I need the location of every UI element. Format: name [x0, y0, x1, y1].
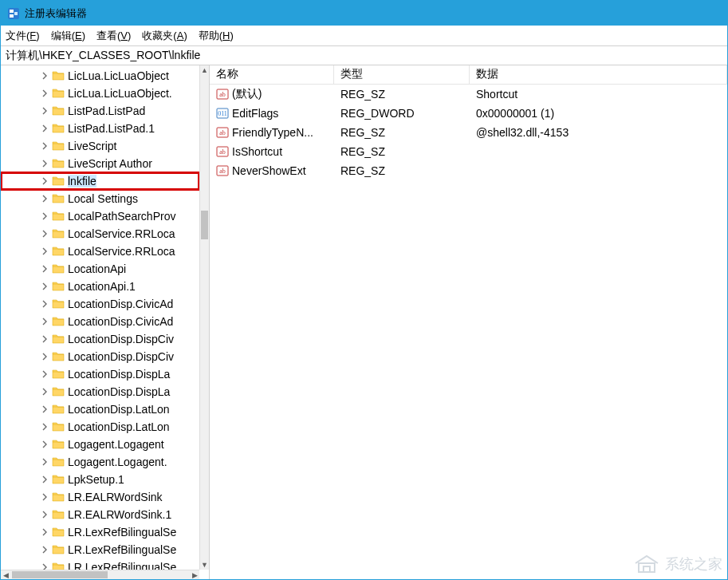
value-row[interactable]: ab(默认)REG_SZShortcut — [210, 85, 727, 104]
tree-item[interactable]: Local Settings — [1, 190, 199, 207]
expand-icon[interactable] — [39, 491, 50, 503]
menu-favorites[interactable]: 收藏夹(A) — [142, 29, 187, 43]
expand-icon[interactable] — [39, 298, 50, 310]
scroll-down-arrow-icon[interactable]: ▼ — [200, 560, 209, 570]
folder-icon — [52, 350, 65, 363]
tree-item[interactable]: LocationDisp.LatLon — [1, 400, 199, 418]
column-header-name[interactable]: 名称 — [210, 65, 334, 84]
tree-item-label: LocalService.RRLoca — [68, 245, 175, 258]
expand-icon[interactable] — [39, 140, 50, 152]
tree-item[interactable]: LocalService.RRLoca — [1, 243, 199, 260]
menu-file[interactable]: 文件(F) — [6, 29, 40, 43]
folder-icon — [52, 438, 65, 451]
tree-item[interactable]: LocationDisp.CivicAd — [1, 295, 199, 313]
registry-tree[interactable]: LicLua.LicLuaObjectLicLua.LicLuaObject.L… — [1, 65, 199, 570]
expand-icon[interactable] — [39, 421, 50, 432]
expand-icon[interactable] — [39, 456, 50, 468]
tree-item[interactable]: LocalPathSearchProv — [1, 207, 199, 225]
binary-value-icon: 011 — [216, 107, 229, 120]
tree-item[interactable]: ListPad.ListPad.1 — [1, 120, 199, 137]
tree-item[interactable]: LocationApi — [1, 260, 199, 278]
tree-item[interactable]: ListPad.ListPad — [1, 102, 199, 120]
expand-icon[interactable] — [39, 176, 50, 187]
address-input[interactable] — [1, 47, 727, 65]
expand-icon[interactable] — [39, 105, 50, 116]
expand-icon[interactable] — [39, 474, 50, 485]
expand-icon[interactable] — [39, 544, 50, 555]
expand-icon[interactable] — [39, 263, 50, 274]
expand-icon[interactable] — [39, 88, 50, 99]
expand-icon[interactable] — [39, 562, 50, 570]
expand-icon[interactable] — [39, 439, 50, 450]
tree-item[interactable]: LicLua.LicLuaObject — [1, 67, 199, 85]
menu-edit[interactable]: 编辑(E) — [51, 29, 85, 43]
tree-vertical-scrollbar[interactable]: ▲ ▼ — [199, 65, 209, 570]
tree-item-label: LR.EALRWordSink.1 — [68, 508, 171, 521]
tree-item[interactable]: LR.LexRefBilingualSe — [1, 541, 199, 558]
expand-icon[interactable] — [39, 351, 50, 362]
expand-icon[interactable] — [39, 228, 50, 239]
svg-text:ab: ab — [219, 148, 226, 156]
column-header-type[interactable]: 类型 — [334, 65, 470, 84]
watermark: 系统之家 — [633, 554, 722, 574]
tree-horizontal-scrollbar[interactable]: ◀ ▶ — [1, 570, 199, 579]
expand-icon[interactable] — [39, 404, 50, 415]
tree-item[interactable]: LocationDisp.LatLon — [1, 418, 199, 436]
scroll-up-arrow-icon[interactable]: ▲ — [200, 65, 209, 75]
value-row[interactable]: abFriendlyTypeN...REG_SZ@shell32.dll,-41… — [210, 123, 727, 142]
tree-item[interactable]: Logagent.Logagent. — [1, 453, 199, 471]
tree-item[interactable]: LocalService.RRLoca — [1, 225, 199, 243]
expand-icon[interactable] — [39, 369, 50, 380]
tree-item[interactable]: LocationDisp.CivicAd — [1, 313, 199, 330]
scroll-right-arrow-icon[interactable]: ▶ — [190, 570, 199, 579]
tree-item[interactable]: LocationDisp.DispLa — [1, 383, 199, 400]
scroll-thumb[interactable] — [201, 211, 208, 239]
tree-item[interactable]: Logagent.Logagent — [1, 436, 199, 453]
expand-icon[interactable] — [39, 123, 50, 134]
expand-icon[interactable] — [39, 527, 50, 538]
folder-icon — [52, 140, 65, 152]
expand-icon[interactable] — [39, 281, 50, 292]
svg-rect-1 — [10, 10, 14, 13]
column-header-data[interactable]: 数据 — [470, 65, 727, 84]
expand-icon[interactable] — [39, 211, 50, 222]
svg-text:011: 011 — [218, 110, 227, 117]
value-name: (默认) — [232, 87, 262, 101]
scroll-left-arrow-icon[interactable]: ◀ — [1, 570, 10, 579]
tree-item-label: LocationDisp.DispLa — [68, 385, 170, 398]
expand-icon[interactable] — [39, 316, 50, 327]
value-name: FriendlyTypeN... — [232, 126, 313, 139]
tree-item[interactable]: LocationDisp.DispCiv — [1, 348, 199, 365]
scroll-thumb[interactable] — [12, 571, 108, 578]
expand-icon[interactable] — [39, 333, 50, 345]
tree-item[interactable]: LiveScript — [1, 137, 199, 155]
folder-icon — [52, 473, 65, 486]
tree-item[interactable]: LocationDisp.DispCiv — [1, 330, 199, 348]
value-row[interactable]: 011EditFlagsREG_DWORD0x00000001 (1) — [210, 104, 727, 123]
expand-icon[interactable] — [39, 386, 50, 397]
expand-icon[interactable] — [39, 509, 50, 520]
value-row[interactable]: abNeverShowExtREG_SZ — [210, 161, 727, 180]
tree-item[interactable]: LR.EALRWordSink.1 — [1, 506, 199, 523]
titlebar[interactable]: 注册表编辑器 — [1, 1, 727, 26]
tree-item[interactable]: LpkSetup.1 — [1, 471, 199, 488]
value-row[interactable]: abIsShortcutREG_SZ — [210, 142, 727, 161]
tree-item[interactable]: LocationDisp.DispLa — [1, 365, 199, 383]
tree-item[interactable]: LR.LexRefBilingualSe — [1, 558, 199, 570]
tree-item[interactable]: LR.EALRWordSink — [1, 488, 199, 506]
menubar: 文件(F) 编辑(E) 查看(V) 收藏夹(A) 帮助(H) — [1, 26, 727, 46]
expand-icon[interactable] — [39, 70, 50, 81]
expand-icon[interactable] — [39, 246, 50, 257]
expand-icon[interactable] — [39, 158, 50, 169]
values-list[interactable]: ab(默认)REG_SZShortcut011EditFlagsREG_DWOR… — [210, 85, 727, 180]
tree-item-label: LicLua.LicLuaObject. — [68, 87, 172, 100]
menu-help[interactable]: 帮助(H) — [199, 29, 234, 43]
expand-icon[interactable] — [39, 193, 50, 204]
tree-item[interactable]: LiveScript Author — [1, 155, 199, 172]
tree-item[interactable]: LocationApi.1 — [1, 278, 199, 295]
string-value-icon: ab — [216, 88, 229, 101]
tree-item[interactable]: LicLua.LicLuaObject. — [1, 85, 199, 102]
tree-item[interactable]: LR.LexRefBilingualSe — [1, 523, 199, 541]
tree-item[interactable]: lnkfile — [1, 172, 199, 190]
menu-view[interactable]: 查看(V) — [96, 29, 131, 43]
